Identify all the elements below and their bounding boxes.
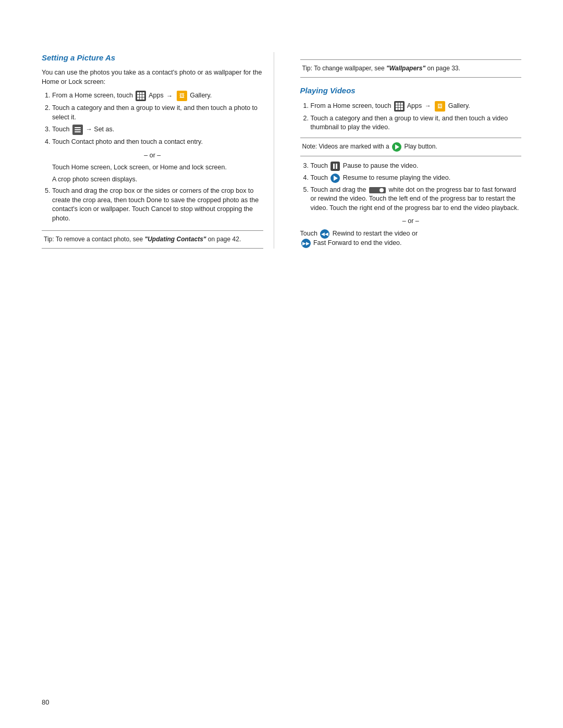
step-2: Touch a category and then a group to vie…: [52, 104, 263, 122]
pause-icon: [331, 162, 340, 171]
tip-top-suffix: on page 33.: [425, 65, 460, 72]
step1-arrow: →: [166, 92, 173, 100]
pv-step4-before: Touch: [311, 174, 330, 181]
resume-icon: [331, 174, 340, 183]
pv-step3-after: Pause to pause the video.: [343, 162, 419, 169]
step-1: From a Home screen, touch Apps → 🖼 Galle…: [52, 91, 263, 101]
step1-text-after: Gallery.: [190, 92, 212, 99]
right-column: Tip: To change wallpaper, see "Wallpaper…: [295, 52, 522, 249]
pv-step1-text-before: From a Home screen, touch: [311, 102, 393, 109]
setting-picture-step5: Touch and drag the crop box or the sides…: [42, 187, 263, 223]
pv-step4-after: Resume to resume playing the video.: [343, 174, 450, 181]
playing-videos-title: Playing Videos: [300, 85, 522, 96]
pv-step3-before: Touch: [311, 162, 330, 169]
apps-icon-left: [136, 91, 146, 101]
play-triangle: [395, 144, 399, 150]
final-text1-mid: Rewind to restart the video or: [333, 230, 418, 237]
setting-picture-intro: You can use the photos you take as a con…: [42, 68, 263, 87]
gallery-icon-right: 🖼: [435, 101, 445, 112]
tip-top-prefix: Tip: To change wallpaper, see: [302, 65, 386, 72]
final-text-block: Touch ◀◀ Rewind to restart the video or …: [300, 229, 522, 248]
note-suffix: Play button.: [404, 143, 437, 150]
tip-box-left: Tip: To remove a contact photo, see "Upd…: [42, 230, 263, 249]
rewind-icon: ◀◀: [320, 229, 329, 239]
tip-suffix: on page 42.: [206, 236, 241, 243]
tip-link: "Updating Contacts": [144, 236, 206, 243]
pause-bars: [333, 164, 337, 169]
note-prefix: Note: Videos are marked with a: [302, 143, 391, 150]
page-container: Setting a Picture As You can use the pho…: [0, 0, 563, 728]
apps-grid-right: [396, 103, 403, 110]
step1-text-before: From a Home screen, touch: [52, 92, 134, 99]
play-circle-icon: [392, 142, 401, 152]
page-number: 80: [42, 698, 49, 707]
pv-step-4: Touch Resume to resume playing the video…: [311, 174, 522, 183]
two-column-layout: Setting a Picture As You can use the pho…: [42, 52, 521, 249]
resume-triangle: [334, 176, 338, 181]
tip-prefix: Tip: To remove a contact photo, see: [44, 236, 144, 243]
progress-bar-icon: [369, 187, 386, 193]
tip-top-link: "Wallpapers": [386, 65, 425, 72]
pv-step-1: From a Home screen, touch Apps → 🖼 Galle…: [311, 101, 522, 112]
left-column: Setting a Picture As You can use the pho…: [42, 52, 274, 249]
forward-icon: ▶▶: [301, 239, 311, 248]
step3-text-after: → Set as.: [85, 126, 114, 133]
or-divider-left: – or –: [42, 151, 263, 161]
menu-icon: [72, 125, 83, 135]
step3-text-before: Touch: [52, 126, 71, 133]
pv-step1-arrow: →: [425, 102, 431, 109]
step1-apps-label: Apps: [149, 92, 164, 99]
apps-grid: [137, 92, 144, 100]
progress-dot: [380, 188, 384, 192]
tip-box-top-right: Tip: To change wallpaper, see "Wallpaper…: [300, 59, 522, 78]
setting-picture-steps: From a Home screen, touch Apps → 🖼 Galle…: [42, 91, 263, 147]
pv-step-2: Touch a category and then a group to vie…: [311, 114, 522, 132]
pv-step-3: Touch Pause to pause the video.: [311, 162, 522, 171]
playing-videos-steps: From a Home screen, touch Apps → 🖼 Galle…: [300, 101, 522, 132]
pv-step1-apps-label: Apps: [407, 102, 422, 109]
crop-photo-text: A crop photo screen displays.: [52, 175, 263, 184]
gallery-icon-left: 🖼: [177, 91, 187, 101]
pv-step1-text-after: Gallery.: [448, 102, 470, 109]
lock-screen-text: Touch Home screen, Lock screen, or Home …: [52, 163, 263, 172]
apps-icon-right: [394, 101, 405, 112]
final-text1-before: Touch: [300, 230, 320, 237]
step-5: Touch and drag the crop box or the sides…: [52, 187, 263, 223]
or-divider-right: – or –: [300, 217, 522, 226]
final-text2: Fast Forward to end the video.: [313, 239, 402, 246]
playing-videos-continued: Touch Pause to pause the video. Touch Re…: [300, 162, 522, 213]
pv-step5-before: Touch and drag the: [311, 186, 369, 193]
setting-picture-title: Setting a Picture As: [42, 52, 263, 63]
note-box: Note: Videos are marked with a Play butt…: [300, 138, 522, 156]
pv-step-5: Touch and drag the white dot on the prog…: [311, 186, 522, 213]
step-4: Touch Contact photo and then touch a con…: [52, 138, 263, 147]
step-3: Touch → Set as.: [52, 125, 263, 135]
